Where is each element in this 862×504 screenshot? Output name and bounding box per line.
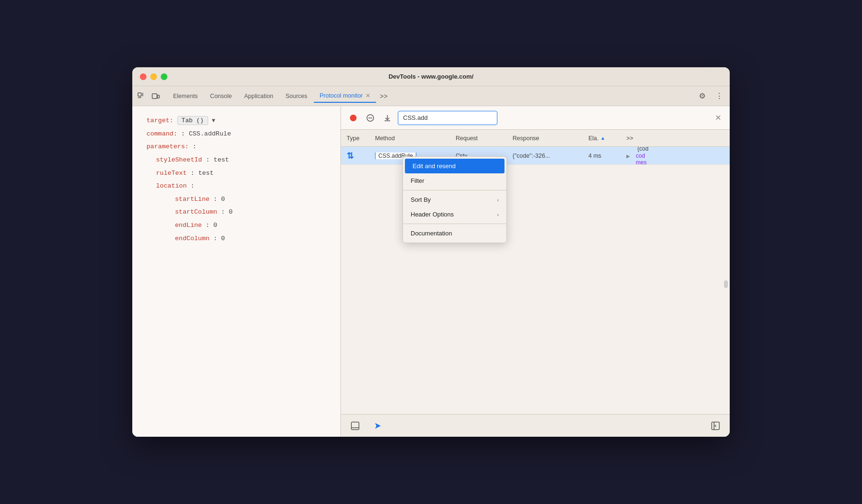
svg-point-5 <box>350 115 357 121</box>
right-panel: ✕ Type Method Request Response Ela. <box>341 106 730 437</box>
send-button[interactable] <box>371 419 385 432</box>
sort-by-arrow-icon: › <box>497 197 499 203</box>
menu-item-documentation[interactable]: Documentation <box>403 226 506 241</box>
startColumn-value: 0 <box>229 208 232 216</box>
row-preview-text: {cod <box>636 147 649 152</box>
target-dropdown-arrow[interactable]: ▼ <box>212 117 215 124</box>
download-button[interactable] <box>381 111 394 125</box>
expand-arrow-icon: ▶ <box>626 153 630 159</box>
startLine-line: startLine : 0 <box>147 194 331 205</box>
parameters-line: parameters: : <box>147 142 331 152</box>
startLine-key: startLine <box>175 196 210 203</box>
inspect-element-icon[interactable] <box>136 91 147 101</box>
tab-console[interactable]: Console <box>204 90 238 102</box>
bottom-bar <box>341 414 730 437</box>
col-header-response[interactable]: Response <box>513 135 588 142</box>
more-tabs-button[interactable]: >> <box>377 90 390 102</box>
endLine-key: endLine <box>175 222 202 229</box>
target-line: target: Tab () ▼ <box>147 116 331 126</box>
tab-sources[interactable]: Sources <box>280 90 313 102</box>
sort-arrow-icon: ▲ <box>601 135 605 141</box>
table-body: ⇅ CSS.addRule {"sty {"code":-326... 4 ms <box>341 147 730 414</box>
styleSheetId-value: test <box>214 156 229 163</box>
menu-item-header-options[interactable]: Header Options › <box>403 207 506 222</box>
menu-divider <box>403 190 506 190</box>
cell-expand: ▶ <box>626 153 636 159</box>
window-title: DevTools - www.google.com/ <box>388 73 473 80</box>
location-line: location : <box>147 181 331 191</box>
row-detail: cod <box>636 153 724 159</box>
context-menu: Edit and resend Filter Sort By › Header … <box>403 156 507 243</box>
col-header-request[interactable]: Request <box>456 135 513 142</box>
menu-divider-2 <box>403 224 506 224</box>
protocol-monitor-toolbar: ✕ <box>341 106 730 130</box>
search-input[interactable] <box>398 111 497 125</box>
minimize-button[interactable] <box>150 73 157 80</box>
titlebar: DevTools - www.google.com/ <box>132 67 730 86</box>
maximize-button[interactable] <box>161 73 167 80</box>
menu-item-filter[interactable]: Filter <box>403 173 506 188</box>
svg-rect-3 <box>152 94 157 99</box>
svg-rect-4 <box>157 95 159 98</box>
endLine-value: 0 <box>213 222 217 229</box>
expand-all-icon: >> <box>626 135 633 142</box>
tabs-bar: Elements Console Application Sources Pro… <box>132 86 730 106</box>
endColumn-line: endColumn : 0 <box>147 234 331 244</box>
device-toolbar-icon[interactable] <box>150 91 161 101</box>
header-options-arrow-icon: › <box>497 212 499 217</box>
scrollbar[interactable] <box>724 280 728 288</box>
svg-rect-10 <box>351 422 359 430</box>
tabs-right-actions: ⚙ ⋮ <box>696 90 726 103</box>
search-clear-icon[interactable]: ✕ <box>715 114 721 122</box>
command-value: CSS.addRule <box>189 130 231 137</box>
startColumn-key: startColumn <box>175 208 217 216</box>
row-detail-mes: mes <box>636 159 724 166</box>
endLine-line: endLine : 0 <box>147 220 331 231</box>
cell-response: {"code":-326... <box>513 153 588 159</box>
left-panel: target: Tab () ▼ command: : CSS.addRule … <box>132 106 341 437</box>
cell-type: ⇅ <box>347 151 375 161</box>
bidirectional-icon: ⇅ <box>347 151 354 161</box>
collapse-panel-icon[interactable] <box>709 419 722 432</box>
menu-item-sort-by[interactable]: Sort By › <box>403 192 506 207</box>
tab-close-icon[interactable]: ✕ <box>366 93 370 99</box>
menu-item-edit-resend[interactable]: Edit and resend <box>405 159 504 173</box>
ruleText-line: ruleText : test <box>147 168 331 179</box>
parameters-key: parameters: <box>147 143 189 150</box>
tab-protocol-monitor[interactable]: Protocol monitor ✕ <box>314 90 376 103</box>
record-button[interactable] <box>347 111 360 125</box>
endColumn-key: endColumn <box>175 235 210 242</box>
tab-application[interactable]: Application <box>238 90 279 102</box>
tab-icons-group <box>136 91 161 101</box>
col-header-method[interactable]: Method <box>375 135 456 142</box>
startColumn-line: startColumn : 0 <box>147 207 331 217</box>
command-key: command: <box>147 130 177 137</box>
col-header-elapsed[interactable]: Ela. ▲ <box>588 135 626 142</box>
target-dropdown[interactable]: Tab () <box>177 116 208 125</box>
svg-rect-0 <box>138 93 141 96</box>
devtools-body: target: Tab () ▼ command: : CSS.addRule … <box>132 106 730 437</box>
tab-elements[interactable]: Elements <box>167 90 203 102</box>
clear-button[interactable] <box>364 111 377 125</box>
command-line: command: : CSS.addRule <box>147 129 331 139</box>
startLine-value: 0 <box>221 196 225 203</box>
close-button[interactable] <box>140 73 147 80</box>
search-container: ✕ <box>398 111 724 125</box>
location-key: location <box>156 182 187 189</box>
styleSheetId-line: styleSheetId : test <box>147 155 331 165</box>
table-row[interactable]: ⇅ CSS.addRule {"sty {"code":-326... 4 ms <box>341 147 730 165</box>
target-key: target: <box>147 117 174 124</box>
styleSheetId-key: styleSheetId <box>156 156 202 163</box>
ruleText-value: test <box>198 170 213 177</box>
ruleText-key: ruleText <box>156 170 187 177</box>
settings-icon[interactable]: ⚙ <box>696 90 709 103</box>
cell-more: {cod cod mes <box>636 147 724 166</box>
col-header-more[interactable]: >> <box>626 135 724 142</box>
cell-elapsed: 4 ms <box>588 153 626 159</box>
svg-marker-12 <box>375 423 381 429</box>
table-header: Type Method Request Response Ela. ▲ >> <box>341 130 730 147</box>
traffic-lights <box>140 73 167 80</box>
console-panel-icon[interactable] <box>348 419 362 432</box>
col-header-type: Type <box>347 135 375 142</box>
more-options-icon[interactable]: ⋮ <box>713 90 726 103</box>
